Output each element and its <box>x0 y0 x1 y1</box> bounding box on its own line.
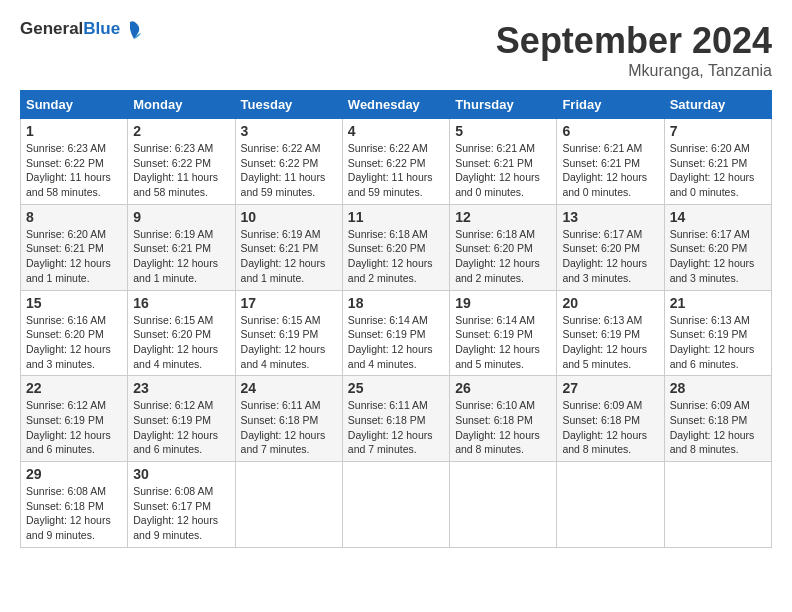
header-monday: Monday <box>128 91 235 119</box>
day-10: 10 Sunrise: 6:19 AM Sunset: 6:21 PM Dayl… <box>235 204 342 290</box>
empty-cell <box>235 462 342 548</box>
table-row: 29 Sunrise: 6:08 AM Sunset: 6:18 PM Dayl… <box>21 462 772 548</box>
day-15: 15 Sunrise: 6:16 AM Sunset: 6:20 PM Dayl… <box>21 290 128 376</box>
table-row: 1 Sunrise: 6:23 AM Sunset: 6:22 PM Dayli… <box>21 119 772 205</box>
day-30: 30 Sunrise: 6:08 AM Sunset: 6:17 PM Dayl… <box>128 462 235 548</box>
day-25: 25 Sunrise: 6:11 AM Sunset: 6:18 PM Dayl… <box>342 376 449 462</box>
day-9: 9 Sunrise: 6:19 AM Sunset: 6:21 PM Dayli… <box>128 204 235 290</box>
day-1: 1 Sunrise: 6:23 AM Sunset: 6:22 PM Dayli… <box>21 119 128 205</box>
calendar-table: Sunday Monday Tuesday Wednesday Thursday… <box>20 90 772 548</box>
table-row: 15 Sunrise: 6:16 AM Sunset: 6:20 PM Dayl… <box>21 290 772 376</box>
day-4: 4 Sunrise: 6:22 AM Sunset: 6:22 PM Dayli… <box>342 119 449 205</box>
header-thursday: Thursday <box>450 91 557 119</box>
day-16: 16 Sunrise: 6:15 AM Sunset: 6:20 PM Dayl… <box>128 290 235 376</box>
day-27: 27 Sunrise: 6:09 AM Sunset: 6:18 PM Dayl… <box>557 376 664 462</box>
day-23: 23 Sunrise: 6:12 AM Sunset: 6:19 PM Dayl… <box>128 376 235 462</box>
header-wednesday: Wednesday <box>342 91 449 119</box>
day-3: 3 Sunrise: 6:22 AM Sunset: 6:22 PM Dayli… <box>235 119 342 205</box>
day-26: 26 Sunrise: 6:10 AM Sunset: 6:18 PM Dayl… <box>450 376 557 462</box>
day-2: 2 Sunrise: 6:23 AM Sunset: 6:22 PM Dayli… <box>128 119 235 205</box>
day-22: 22 Sunrise: 6:12 AM Sunset: 6:19 PM Dayl… <box>21 376 128 462</box>
logo[interactable]: GeneralBlue <box>20 20 142 40</box>
day-8: 8 Sunrise: 6:20 AM Sunset: 6:21 PM Dayli… <box>21 204 128 290</box>
day-6: 6 Sunrise: 6:21 AM Sunset: 6:21 PM Dayli… <box>557 119 664 205</box>
day-12: 12 Sunrise: 6:18 AM Sunset: 6:20 PM Dayl… <box>450 204 557 290</box>
day-17: 17 Sunrise: 6:15 AM Sunset: 6:19 PM Dayl… <box>235 290 342 376</box>
day-20: 20 Sunrise: 6:13 AM Sunset: 6:19 PM Dayl… <box>557 290 664 376</box>
header-row: Sunday Monday Tuesday Wednesday Thursday… <box>21 91 772 119</box>
empty-cell <box>450 462 557 548</box>
page-header: GeneralBlue September 2024 Mkuranga, Tan… <box>20 20 772 80</box>
day-5: 5 Sunrise: 6:21 AM Sunset: 6:21 PM Dayli… <box>450 119 557 205</box>
day-21: 21 Sunrise: 6:13 AM Sunset: 6:19 PM Dayl… <box>664 290 771 376</box>
header-saturday: Saturday <box>664 91 771 119</box>
table-row: 22 Sunrise: 6:12 AM Sunset: 6:19 PM Dayl… <box>21 376 772 462</box>
month-title: September 2024 <box>496 20 772 62</box>
day-28: 28 Sunrise: 6:09 AM Sunset: 6:18 PM Dayl… <box>664 376 771 462</box>
empty-cell <box>664 462 771 548</box>
title-section: September 2024 Mkuranga, Tanzania <box>496 20 772 80</box>
day-18: 18 Sunrise: 6:14 AM Sunset: 6:19 PM Dayl… <box>342 290 449 376</box>
header-friday: Friday <box>557 91 664 119</box>
empty-cell <box>342 462 449 548</box>
day-11: 11 Sunrise: 6:18 AM Sunset: 6:20 PM Dayl… <box>342 204 449 290</box>
day-24: 24 Sunrise: 6:11 AM Sunset: 6:18 PM Dayl… <box>235 376 342 462</box>
empty-cell <box>557 462 664 548</box>
day-19: 19 Sunrise: 6:14 AM Sunset: 6:19 PM Dayl… <box>450 290 557 376</box>
header-tuesday: Tuesday <box>235 91 342 119</box>
day-29: 29 Sunrise: 6:08 AM Sunset: 6:18 PM Dayl… <box>21 462 128 548</box>
day-7: 7 Sunrise: 6:20 AM Sunset: 6:21 PM Dayli… <box>664 119 771 205</box>
day-13: 13 Sunrise: 6:17 AM Sunset: 6:20 PM Dayl… <box>557 204 664 290</box>
location-title: Mkuranga, Tanzania <box>496 62 772 80</box>
header-sunday: Sunday <box>21 91 128 119</box>
day-14: 14 Sunrise: 6:17 AM Sunset: 6:20 PM Dayl… <box>664 204 771 290</box>
table-row: 8 Sunrise: 6:20 AM Sunset: 6:21 PM Dayli… <box>21 204 772 290</box>
